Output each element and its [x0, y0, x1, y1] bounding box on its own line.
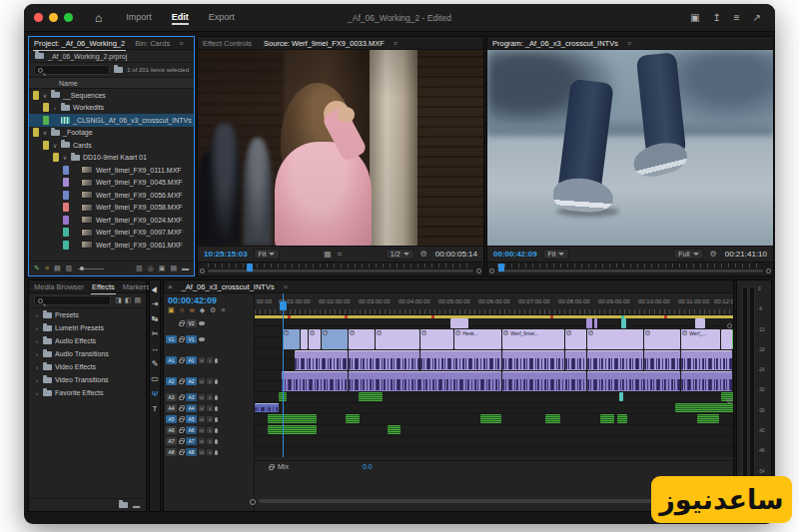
timeline-clip[interactable]: [268, 414, 317, 423]
lock-icon[interactable]: [179, 429, 184, 433]
timeline-clip[interactable]: [480, 414, 501, 423]
timeline-clip[interactable]: [697, 414, 719, 423]
timeline-tab[interactable]: _Af_06_x3_crosscut_INTVs: [181, 282, 276, 291]
solo-button[interactable]: S: [207, 405, 213, 411]
voiceover-record-icon[interactable]: [215, 395, 218, 400]
timeline-toolbar-icon[interactable]: ∞: [190, 306, 195, 314]
project-tool-icon[interactable]: ✎: [34, 265, 40, 272]
project-tree-item[interactable]: ∨ DD10-9mei Kaart 01: [29, 152, 194, 165]
effects-tab[interactable]: Media Browser: [33, 282, 85, 291]
new-custom-bin-icon[interactable]: [119, 502, 128, 508]
effects-search-input[interactable]: [34, 295, 111, 305]
close-button[interactable]: [34, 13, 43, 22]
bin-up-icon[interactable]: [114, 67, 123, 73]
effects-filter-icon[interactable]: ▤: [134, 296, 141, 304]
track-enable-button[interactable]: A8: [186, 448, 197, 456]
tool-button[interactable]: ↹: [152, 314, 159, 323]
disclosure-icon[interactable]: ∨: [52, 142, 58, 149]
lock-icon[interactable]: [179, 396, 184, 400]
mute-button[interactable]: M: [199, 416, 205, 422]
project-tool-icon[interactable]: ▤: [54, 265, 61, 272]
lock-icon[interactable]: [179, 322, 184, 326]
label-color-chip[interactable]: [63, 178, 69, 187]
label-color-chip[interactable]: [63, 203, 69, 212]
timeline-clip[interactable]: fx: [309, 329, 321, 349]
tool-button[interactable]: ⇥: [152, 299, 159, 308]
track-enable-button[interactable]: A1: [186, 356, 197, 364]
timeline-clip[interactable]: [301, 329, 308, 349]
mute-button[interactable]: M: [199, 438, 205, 444]
program-scrubber[interactable]: [487, 262, 773, 274]
tool-button[interactable]: ↔: [151, 344, 159, 353]
disclosure-icon[interactable]: ›: [34, 338, 40, 344]
timeline-clip[interactable]: [586, 318, 592, 328]
voiceover-record-icon[interactable]: [215, 358, 218, 363]
project-tab[interactable]: Project: _Af_06_Working_2: [33, 39, 126, 48]
disclosure-icon[interactable]: ›: [34, 377, 40, 383]
solo-button[interactable]: S: [207, 378, 213, 384]
delete-icon[interactable]: ▬: [133, 502, 140, 509]
solo-button[interactable]: S: [207, 427, 213, 433]
label-color-chip[interactable]: [43, 116, 49, 125]
home-icon[interactable]: ⌂: [95, 11, 102, 25]
vertical-scrollbar[interactable]: [727, 323, 732, 443]
lock-icon[interactable]: [269, 466, 274, 470]
timeline-clip[interactable]: [349, 350, 419, 370]
project-breadcrumb[interactable]: _Af_06_Working_2.prproj: [29, 50, 194, 63]
titlebar-icon[interactable]: ↥: [712, 12, 720, 23]
disclosure-icon[interactable]: ›: [34, 351, 40, 357]
disclosure-icon[interactable]: ›: [52, 105, 58, 111]
disclosure-icon[interactable]: ∨: [42, 92, 48, 99]
project-tool-icon[interactable]: ▥: [66, 265, 73, 272]
source-patch-button[interactable]: A7: [166, 437, 177, 445]
track-enable-button[interactable]: V1: [186, 335, 197, 343]
label-color-chip[interactable]: [63, 166, 69, 175]
source-resolution-select[interactable]: 1/2: [386, 249, 414, 260]
voiceover-record-icon[interactable]: [215, 417, 218, 422]
timeline-clip[interactable]: [675, 403, 733, 412]
timeline-clip[interactable]: [695, 318, 705, 328]
drag-media-icon[interactable]: ≈: [338, 250, 342, 259]
scrub-handle-right[interactable]: [476, 268, 481, 273]
disclosure-icon[interactable]: ›: [34, 364, 40, 370]
timeline-clip[interactable]: [681, 350, 732, 370]
voiceover-record-icon[interactable]: [215, 439, 218, 444]
timeline-ruler[interactable]: 00:0000:01:00:0000:02:00:0000:03:00:0000…: [255, 293, 733, 315]
voiceover-record-icon[interactable]: [215, 379, 218, 384]
track-enable-button[interactable]: A3: [186, 393, 197, 401]
source-tab[interactable]: Source: Werf_9mei_FX9_0033.MXF: [263, 39, 386, 48]
effects-tab[interactable]: Effects: [91, 282, 116, 291]
label-color-chip[interactable]: [33, 91, 39, 100]
voiceover-record-icon[interactable]: [215, 428, 218, 433]
track-enable-button[interactable]: A4: [186, 404, 197, 412]
timeline-clip[interactable]: fx Werf_...: [681, 329, 720, 349]
timeline-clip[interactable]: [346, 414, 360, 423]
timeline-clip[interactable]: [255, 403, 279, 412]
app-mode-tab[interactable]: Import: [118, 9, 160, 26]
toggle-track-output-icon[interactable]: [199, 321, 205, 325]
track-enable-button[interactable]: V2: [186, 319, 197, 327]
lock-icon[interactable]: [179, 380, 184, 384]
timeline-clip[interactable]: [295, 350, 348, 370]
source-patch-button[interactable]: A6: [166, 426, 177, 434]
timeline-clip[interactable]: [502, 350, 564, 370]
effects-group[interactable]: › Audio Transitions: [29, 347, 146, 360]
project-tab[interactable]: Bin: Cards: [134, 39, 171, 48]
timeline-playhead[interactable]: [283, 293, 284, 457]
panel-menu-icon[interactable]: ≡: [627, 40, 631, 47]
mute-button[interactable]: M: [199, 378, 205, 384]
disclosure-icon[interactable]: ∨: [42, 129, 48, 136]
label-color-chip[interactable]: [33, 128, 39, 137]
timeline-clip[interactable]: [644, 350, 680, 370]
timeline-clip[interactable]: [359, 392, 383, 401]
source-patch-button[interactable]: A5: [166, 415, 177, 423]
mute-button[interactable]: M: [199, 405, 205, 411]
timeline-toolbar-icon[interactable]: ◆: [200, 306, 205, 314]
timeline-clip[interactable]: fx: [322, 329, 348, 349]
lock-icon[interactable]: [179, 407, 184, 411]
timeline-clip[interactable]: [450, 318, 468, 328]
timeline-clip[interactable]: [565, 350, 586, 370]
panel-menu-icon[interactable]: ≡: [284, 283, 288, 290]
tool-button[interactable]: Ψ: [152, 389, 159, 398]
horizontal-scrollbar[interactable]: [259, 499, 713, 503]
